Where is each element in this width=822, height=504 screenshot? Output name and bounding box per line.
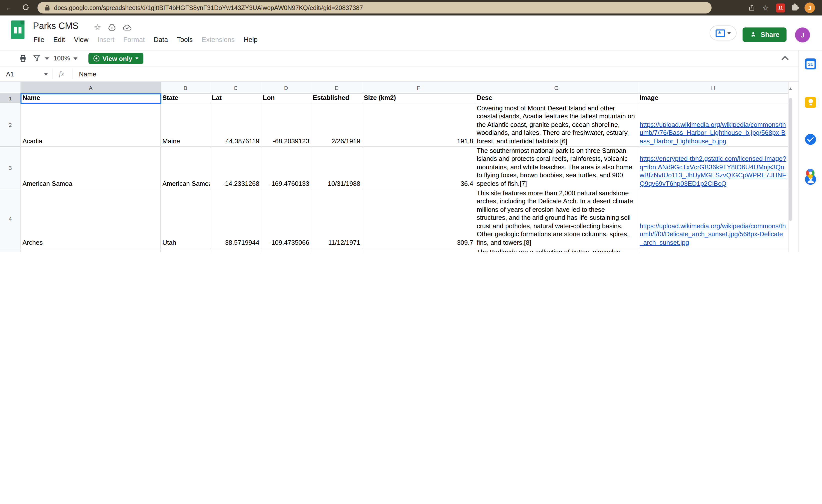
extensions-puzzle-icon[interactable] <box>792 5 798 10</box>
cell-A2[interactable]: Acadia <box>21 103 161 147</box>
filter-icon[interactable] <box>33 54 40 62</box>
column-header-A[interactable]: A <box>21 82 161 94</box>
row-header-4[interactable]: 4 <box>0 189 21 248</box>
cell-C4[interactable]: 38.5719944 <box>211 189 261 248</box>
column-header-C[interactable]: C <box>211 82 261 94</box>
cell-H4[interactable]: https://upload.wikimedia.org/wikipedia/c… <box>638 189 789 248</box>
row-header-5[interactable]: 5 <box>0 248 21 252</box>
cell-F4[interactable]: 309.7 <box>362 189 475 248</box>
menu-edit[interactable]: Edit <box>49 34 70 45</box>
cell-E3[interactable]: 10/31/1988 <box>311 147 362 189</box>
cell-E5[interactable]: 11/10/1978 <box>311 248 362 252</box>
cell-A4[interactable]: Arches <box>21 189 161 248</box>
view-only-button[interactable]: View only <box>88 53 143 64</box>
view-only-label: View only <box>102 55 132 62</box>
cell-G5[interactable]: The Badlands are a collection of buttes,… <box>475 248 638 252</box>
cell-F2[interactable]: 191.8 <box>362 103 475 147</box>
sheets-logo-icon[interactable] <box>11 20 24 39</box>
cell-H2[interactable]: https://upload.wikimedia.org/wikipedia/c… <box>638 103 789 147</box>
zoom-dropdown-caret[interactable] <box>73 57 77 60</box>
cell-H3[interactable]: https://encrypted-tbn2.gstatic.com/licen… <box>638 147 789 189</box>
column-header-F[interactable]: F <box>362 82 475 94</box>
cell-F1[interactable]: Size (km2) <box>362 94 475 103</box>
column-header-H[interactable]: H <box>638 82 789 94</box>
column-header-G[interactable]: G <box>475 82 638 94</box>
cell-D1[interactable]: Lon <box>261 94 311 103</box>
grid-corner[interactable] <box>0 82 21 94</box>
menu-help[interactable]: Help <box>239 34 262 45</box>
star-icon[interactable]: ☆ <box>94 22 101 32</box>
document-title[interactable]: Parks CMS <box>33 21 78 31</box>
cell-E1[interactable]: Established <box>311 94 362 103</box>
hide-menus-chevron-icon[interactable] <box>782 55 788 61</box>
menu-format[interactable]: Format <box>119 34 149 45</box>
row-header-2[interactable]: 2 <box>0 103 21 147</box>
cell-B4[interactable]: Utah <box>161 189 211 248</box>
cell-B3[interactable]: American Samoa <box>161 147 211 189</box>
zoom-select[interactable]: 100% <box>53 54 70 62</box>
cell-B2[interactable]: Maine <box>161 103 211 147</box>
tasks-icon[interactable] <box>805 134 816 145</box>
adblock-extension-icon[interactable]: 11 <box>776 3 785 12</box>
address-bar[interactable]: docs.google.com/spreadsheets/d/1gjttBIT4… <box>37 2 712 13</box>
cell-E4[interactable]: 11/12/1971 <box>311 189 362 248</box>
column-header-B[interactable]: B <box>161 82 211 94</box>
menu-insert[interactable]: Insert <box>93 34 119 45</box>
add-to-drive-icon[interactable] <box>108 23 116 31</box>
keep-icon[interactable] <box>805 97 816 108</box>
maps-icon[interactable] <box>805 168 816 179</box>
cell-C3[interactable]: -14.2331268 <box>211 147 261 189</box>
cell-D3[interactable]: -169.4760133 <box>261 147 311 189</box>
cell-H1[interactable]: Image <box>638 94 789 103</box>
image-link[interactable]: https://upload.wikimedia.org/wikipedia/c… <box>640 222 787 247</box>
browser-back-icon[interactable]: ← <box>5 3 12 11</box>
formula-input[interactable]: Name <box>79 70 96 78</box>
menu-tools[interactable]: Tools <box>172 34 197 45</box>
cell-G1[interactable]: Desc <box>475 94 638 103</box>
column-header-D[interactable]: D <box>261 82 311 94</box>
share-button[interactable]: Share <box>743 27 787 42</box>
lock-icon[interactable] <box>44 4 50 11</box>
menu-data[interactable]: Data <box>149 34 172 45</box>
cell-A3[interactable]: American Samoa <box>21 147 161 189</box>
cell-C2[interactable]: 44.3876119 <box>211 103 261 147</box>
column-header-E[interactable]: E <box>311 82 362 94</box>
scroll-up-button[interactable] <box>789 83 793 94</box>
image-link[interactable]: https://encrypted-tbn2.gstatic.com/licen… <box>640 155 787 188</box>
cell-C5[interactable]: 43.7480316 <box>211 248 261 252</box>
cell-C1[interactable]: Lat <box>211 94 261 103</box>
calendar-icon[interactable]: 31 <box>805 58 816 69</box>
cell-E2[interactable]: 2/26/1919 <box>311 103 362 147</box>
cell-F5[interactable]: 982.4 <box>362 248 475 252</box>
row-header-1[interactable]: 1 <box>0 94 21 103</box>
bookmark-star-icon[interactable]: ☆ <box>762 4 769 11</box>
menu-file[interactable]: File <box>29 34 49 45</box>
cell-G4[interactable]: This site features more than 2,000 natur… <box>475 189 638 248</box>
vertical-scrollbar-thumb[interactable] <box>789 98 792 221</box>
browser-share-icon[interactable] <box>748 4 755 11</box>
menu-extensions[interactable]: Extensions <box>197 34 239 45</box>
cell-F3[interactable]: 36.4 <box>362 147 475 189</box>
cell-D4[interactable]: -109.4735066 <box>261 189 311 248</box>
cell-D5[interactable]: -102.4983748 <box>261 248 311 252</box>
cell-D2[interactable]: -68.2039123 <box>261 103 311 147</box>
account-avatar[interactable]: J <box>795 27 810 42</box>
cell-B5[interactable]: South Dakota <box>161 248 211 252</box>
name-box[interactable]: A1 <box>6 70 14 78</box>
print-icon[interactable] <box>19 54 27 62</box>
cell-G3[interactable]: The southernmost national park is on thr… <box>475 147 638 189</box>
present-button[interactable] <box>710 25 737 40</box>
cell-H5[interactable]: https://upload.wikimedia.org/wikipedia/c… <box>638 248 789 252</box>
filter-dropdown-caret[interactable] <box>45 57 49 60</box>
name-box-caret[interactable] <box>44 73 48 75</box>
cell-B1[interactable]: State <box>161 94 211 103</box>
cell-A1[interactable]: Name <box>21 94 161 103</box>
row-header-3[interactable]: 3 <box>0 147 21 189</box>
cell-G2[interactable]: Covering most of Mount Desert Island and… <box>475 103 638 147</box>
menu-view[interactable]: View <box>69 34 93 45</box>
browser-profile-avatar[interactable]: J <box>805 2 815 13</box>
image-link[interactable]: https://upload.wikimedia.org/wikipedia/c… <box>640 121 787 145</box>
cloud-saved-icon[interactable] <box>123 24 132 31</box>
browser-reload-icon[interactable] <box>22 3 29 11</box>
cell-A5[interactable]: Badlands <box>21 248 161 252</box>
